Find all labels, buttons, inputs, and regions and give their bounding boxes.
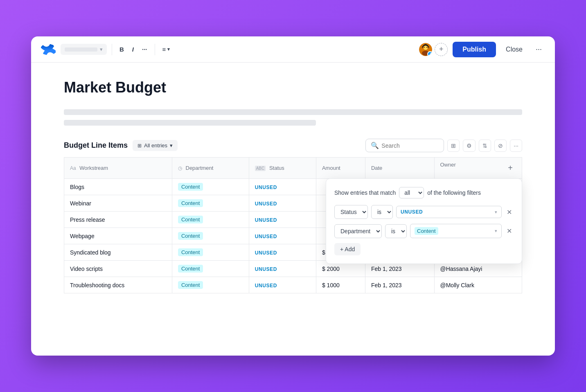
cell-workstream: Blogs [64,179,172,195]
page-title: Market Budget [64,79,522,96]
cell-amount: $ 1000 [316,277,365,293]
filter-icon: ⚙ [467,142,472,149]
table-row: Troubleshooting docs Content UNUSED $ 10… [64,277,522,293]
bold-button[interactable]: B [117,44,126,54]
add-collaborator-button[interactable]: + [435,43,448,56]
title-dropdown-chevron: ▾ [100,46,103,52]
table-header-left: Budget Line Items ⊞ All entries ▾ [64,140,178,151]
cell-workstream: Video scripts [64,261,172,277]
workstream-col-label: Workstream [79,165,108,171]
cell-department: Content [172,228,249,244]
cell-owner: @Molly Clark [434,277,522,293]
hide-fields-button[interactable]: ⊘ [494,140,507,152]
cell-workstream: Syndicated blog [64,244,172,261]
show-entries-label: Show entries that match [334,189,396,196]
align-chevron-icon: ▾ [167,47,170,52]
col-header-date: Date [365,158,434,179]
col-header-status: ABC Status [249,158,316,179]
col-header-department: ◷ Department [172,158,249,179]
filter-remove-button-2[interactable]: ✕ [505,225,514,237]
cell-department: Content [172,179,249,195]
table-section-title: Budget Line Items [64,141,128,150]
filter-panel: Show entries that match all any of the f… [326,178,522,264]
cell-workstream: Press release [64,212,172,228]
filter-field-select-1[interactable]: Status [334,205,368,219]
toolbar-divider-2 [155,44,155,55]
table-wrap: Aa Workstream ◷ Department ABC Status [64,157,522,293]
filter-remove-button-1[interactable]: ✕ [505,207,514,218]
col-header-workstream: Aa Workstream [64,158,172,179]
add-column-button[interactable]: + [505,162,516,174]
align-icon: ≡ [162,46,166,53]
department-col-icon: ◷ [178,165,182,171]
status-col-label: Status [269,165,284,171]
status-col-icon: ABC [255,166,266,171]
avatar-group: J + [418,42,448,57]
cell-department: Content [172,277,249,293]
cell-department: Content [172,212,249,228]
align-button[interactable]: ≡ ▾ [160,44,173,54]
cell-workstream: Webpage [64,228,172,244]
avatar: J [418,42,433,57]
more-format-button[interactable]: ··· [140,44,150,54]
entries-chevron-icon: ▾ [170,142,173,149]
toolbar-divider-1 [112,44,112,55]
grid-view-button[interactable]: ⊞ [447,140,460,152]
table-section: Budget Line Items ⊞ All entries ▾ 🔍 ⊞ [64,139,522,293]
search-icon: 🔍 [371,142,379,149]
col-header-owner: Owner + [434,158,522,179]
filter-field-select-2[interactable]: Department [334,224,382,238]
add-filter-button[interactable]: + Add [334,243,361,255]
table-header-right: 🔍 ⊞ ⚙ ⇅ ⊘ ··· [365,139,522,152]
filter-operator-select-1[interactable]: is [371,205,393,219]
filter-value-chevron-icon-2: ▾ [495,228,497,234]
sort-button[interactable]: ⇅ [479,140,491,152]
cell-status: UNUSED [249,261,316,277]
toolbar-right: J + Publish Close ··· [418,42,545,57]
cell-department: Content [172,261,249,277]
grid-view-icon: ⊞ [451,142,456,149]
content-area: Market Budget Budget Line Items ⊞ All en… [31,63,555,356]
of-following-label: of the following filters [427,189,481,196]
italic-button[interactable]: I [130,44,136,54]
more-options-button[interactable]: ··· [532,43,545,56]
filter-row-department: Department is Content ▾ ✕ [334,224,514,238]
search-input-wrap[interactable]: 🔍 [365,139,444,152]
toolbar: ▾ B I ··· ≡ ▾ [31,36,555,63]
workstream-col-icon: Aa [70,165,76,171]
more-icon: ··· [514,142,518,149]
more-table-options-button[interactable]: ··· [510,140,522,152]
all-entries-button[interactable]: ⊞ All entries ▾ [133,140,178,151]
cell-department: Content [172,244,249,261]
grid-icon: ⊞ [137,143,142,149]
cell-workstream: Webinar [64,195,172,212]
publish-button[interactable]: Publish [453,42,496,57]
close-button[interactable]: Close [501,43,527,56]
cell-status: UNUSED [249,195,316,212]
filter-operator-select-2[interactable]: is [385,224,407,238]
cell-status: UNUSED [249,228,316,244]
svg-point-4 [427,47,428,48]
filter-row-status: Status is UNUSED ▾ ✕ [334,205,514,219]
page-title-dropdown[interactable]: ▾ [61,44,107,55]
filter-panel-header: Show entries that match all any of the f… [334,187,514,198]
avatar-badge: J [427,51,433,57]
filter-value-chevron-icon: ▾ [495,210,497,215]
filter-match-select[interactable]: all any [399,187,424,198]
filter-button[interactable]: ⚙ [463,140,476,152]
table-header-tr: Aa Workstream ◷ Department ABC Status [64,158,522,179]
search-input[interactable] [381,142,439,149]
cell-date: Feb 1, 2023 [365,277,434,293]
filter-value-content: Content [415,227,438,235]
cell-workstream: Troubleshooting docs [64,277,172,293]
format-group: B I ··· [117,44,150,54]
cell-department: Content [172,195,249,212]
table-header-row: Budget Line Items ⊞ All entries ▾ 🔍 ⊞ [64,139,522,152]
app-window: ▾ B I ··· ≡ ▾ [31,36,555,356]
entries-label: All entries [144,142,167,149]
cell-status: UNUSED [249,244,316,261]
svg-point-3 [424,47,425,48]
filter-value-wrap-2: Content ▾ [410,224,502,238]
skeleton-line-2 [64,120,316,126]
col-header-amount: Amount [316,158,365,179]
